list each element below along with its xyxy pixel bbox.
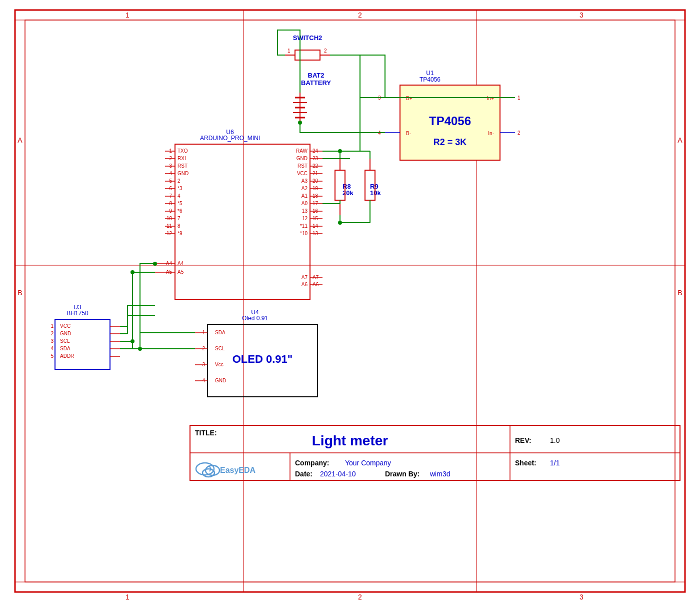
ap-rn23: GND — [296, 156, 308, 161]
row-label-b-right: B — [678, 289, 682, 297]
bh-scl: SCL — [60, 338, 70, 344]
bat2-type: BATTERY — [301, 79, 331, 87]
ap-ra6: A6 — [302, 282, 308, 287]
company-value: Your Company — [345, 459, 391, 467]
r8-value: 20k — [342, 189, 354, 197]
wire-r8-top-raw — [322, 151, 340, 159]
bh-sda: SDA — [60, 346, 70, 351]
ap-rn18: A1 — [302, 193, 308, 199]
ap-ra7: A7 — [302, 275, 308, 280]
wire-sda-oled — [140, 333, 195, 349]
col-label-3-bot: 3 — [580, 593, 584, 601]
oled-vcc: Vcc — [215, 362, 224, 367]
u4-chip-label: OLED 0.91" — [232, 353, 292, 365]
ap-rn19: A2 — [302, 186, 308, 191]
ap-ln8: *5 — [178, 201, 182, 206]
bh-addr: ADDR — [60, 353, 74, 359]
bh-pn3: 3 — [50, 338, 54, 344]
wire-a0-r8 — [322, 200, 340, 204]
svg-text:EasyEDA: EasyEDA — [220, 466, 256, 474]
node-raw-r8 — [338, 149, 342, 153]
u1-pin-bminus: B- — [406, 131, 411, 136]
node-sda — [138, 347, 142, 351]
u1-pinnum-2: 2 — [518, 130, 520, 136]
ap-ln6: *3 — [178, 186, 182, 191]
ap-ln9: *6 — [178, 208, 182, 214]
u1-pin-inminus: In- — [488, 131, 494, 136]
svg-rect-1 — [25, 20, 675, 582]
bh-vcc: VCC — [60, 323, 70, 329]
date-value: 2021-04-10 — [320, 470, 356, 478]
rev-value: 1.0 — [550, 436, 560, 444]
ap-rn20: A3 — [302, 178, 308, 184]
u1-type: TP4056 — [420, 76, 440, 83]
node-a5-scl — [130, 270, 134, 274]
row-label-b-left: B — [18, 289, 22, 297]
switch2-label: SWITCH2 — [293, 34, 322, 42]
easyeda-logo: EasyEDA — [196, 463, 256, 477]
arduino-body — [175, 144, 310, 299]
switch-pin2: 2 — [324, 48, 327, 54]
bh-pn1: 1 — [50, 323, 54, 329]
ap-rn16: 13 — [302, 208, 308, 214]
ap-rn15: 12 — [302, 216, 308, 221]
title-value: Light meter — [312, 433, 388, 448]
svg-rect-0 — [15, 10, 685, 592]
bat2-label: BAT2 — [308, 72, 324, 79]
col-label-2-top: 2 — [358, 11, 362, 19]
ap-ln5: 2 — [178, 178, 180, 184]
u1-chip-label: TP4056 — [429, 114, 471, 128]
u1-pinnum-1: 1 — [518, 95, 520, 101]
r9-value: 10k — [370, 189, 381, 197]
ap-ln1: TXO — [178, 148, 188, 154]
oled-gnd: GND — [215, 378, 226, 383]
title-label: TITLE: — [195, 429, 217, 437]
drawnby-label: Drawn By: — [385, 470, 420, 478]
col-label-1-top: 1 — [126, 11, 130, 19]
rev-block — [510, 425, 680, 453]
node-r8-r9 — [338, 221, 342, 225]
u1-ref: U1 — [426, 70, 434, 77]
ap-ln12: *9 — [178, 231, 182, 236]
ap-ln10: 7 — [178, 216, 180, 221]
wire-gnd-bh — [120, 315, 155, 334]
wire-scl-oled — [132, 341, 195, 349]
wire-bat-minus-tp — [300, 123, 385, 133]
u1-pin-bplus: B+ — [406, 96, 412, 101]
ap-rn24: RAW — [296, 148, 308, 154]
row-label-a-left: A — [18, 136, 22, 144]
bh-pn4: 4 — [50, 346, 54, 351]
ap-rn14: *11 — [300, 223, 308, 229]
ap-ln2: RXI — [178, 156, 186, 161]
u4-type: Oled 0.91 — [242, 315, 268, 322]
bh-pn2: 2 — [50, 331, 54, 336]
oled-scl: SCL — [215, 346, 225, 351]
ap-ln3: RST — [178, 163, 188, 169]
col-label-1-bot: 1 — [126, 593, 130, 601]
ap-rn21: VCC — [297, 171, 308, 176]
u1-pin-inplus: In+ — [487, 96, 494, 101]
col-label-3-top: 3 — [580, 11, 584, 19]
ap-ln11: 8 — [178, 223, 180, 229]
ap-lpa4: A4 — [178, 261, 184, 266]
ap-ln7: 4 — [178, 193, 180, 199]
wire-raw-to-sw — [322, 55, 360, 151]
schematic-container: 1 2 3 1 2 3 A A B B SWITCH2 1 2 BAT2 BAT… — [0, 0, 700, 602]
wire-sda-bh-ard — [120, 264, 155, 349]
drawnby-value: wim3d — [430, 470, 450, 478]
node-scl — [130, 339, 134, 343]
sheet-label: Sheet: — [515, 459, 536, 467]
node-a4-sda — [153, 262, 157, 266]
oled-sda: SDA — [215, 330, 226, 335]
u6-type: ARDUINO_PRO_MINI — [200, 135, 260, 142]
date-label: Date: — [295, 470, 312, 478]
sheet-value: 1/1 — [550, 459, 560, 467]
ap-rn17: A0 — [302, 201, 308, 206]
wire-scl-bh-ard — [120, 272, 155, 341]
r2-label: R2 = 3K — [434, 137, 467, 147]
col-label-2-bot: 2 — [358, 593, 362, 601]
switch-pin1: 1 — [288, 48, 290, 54]
bh-pn5: 5 — [50, 353, 54, 359]
rev-label: REV: — [515, 436, 532, 444]
ap-lpa5: A5 — [178, 269, 184, 275]
